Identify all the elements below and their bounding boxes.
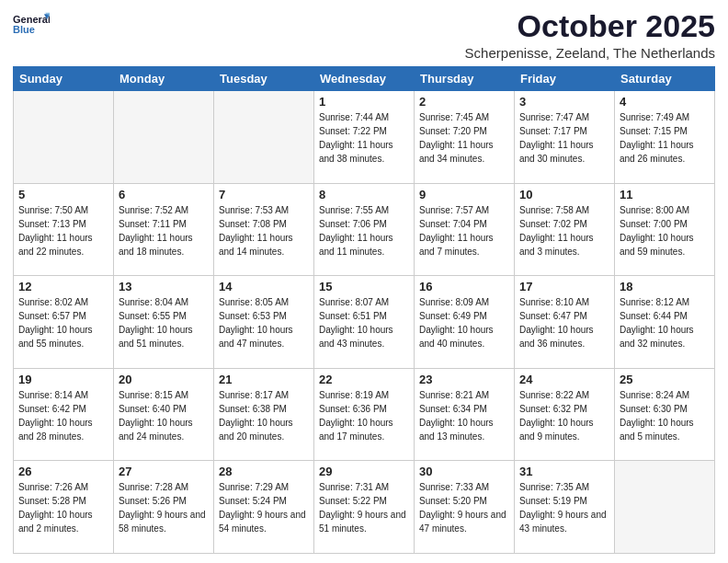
table-row: 7Sunrise: 7:53 AM Sunset: 7:08 PM Daylig… [214, 183, 314, 276]
table-row: 23Sunrise: 8:21 AM Sunset: 6:34 PM Dayli… [415, 368, 515, 461]
table-row: 12Sunrise: 8:02 AM Sunset: 6:57 PM Dayli… [14, 276, 114, 369]
day-info: Sunrise: 8:14 AM Sunset: 6:42 PM Dayligh… [18, 388, 108, 443]
day-info: Sunrise: 7:57 AM Sunset: 7:04 PM Dayligh… [419, 203, 509, 259]
day-number: 3 [519, 95, 609, 109]
calendar-week-row: 5Sunrise: 7:50 AM Sunset: 7:13 PM Daylig… [14, 183, 715, 276]
header-wednesday: Wednesday [314, 67, 415, 91]
day-number: 10 [519, 188, 609, 201]
table-row: 22Sunrise: 8:19 AM Sunset: 6:36 PM Dayli… [314, 368, 415, 461]
table-row: 8Sunrise: 7:55 AM Sunset: 7:06 PM Daylig… [314, 183, 415, 276]
table-row [114, 91, 214, 184]
day-info: Sunrise: 7:28 AM Sunset: 5:26 PM Dayligh… [119, 480, 209, 535]
day-number: 12 [18, 280, 108, 293]
svg-text:Blue: Blue [13, 24, 35, 35]
header-tuesday: Tuesday [214, 67, 314, 91]
day-number: 31 [519, 465, 609, 478]
day-number: 5 [18, 188, 108, 201]
day-number: 19 [18, 373, 108, 386]
calendar-table: Sunday Monday Tuesday Wednesday Thursday… [13, 66, 715, 554]
title-block: October 2025 Scherpenisse, Zeeland, The … [465, 9, 715, 61]
day-number: 6 [119, 188, 209, 201]
day-info: Sunrise: 8:15 AM Sunset: 6:40 PM Dayligh… [119, 388, 209, 443]
day-number: 24 [519, 373, 609, 386]
calendar-header-row: Sunday Monday Tuesday Wednesday Thursday… [14, 67, 715, 91]
table-row: 25Sunrise: 8:24 AM Sunset: 6:30 PM Dayli… [615, 368, 715, 461]
table-row: 29Sunrise: 7:31 AM Sunset: 5:22 PM Dayli… [314, 461, 415, 554]
table-row: 17Sunrise: 8:10 AM Sunset: 6:47 PM Dayli… [515, 276, 615, 369]
table-row: 19Sunrise: 8:14 AM Sunset: 6:42 PM Dayli… [14, 368, 114, 461]
day-number: 11 [620, 188, 710, 201]
calendar-week-row: 1Sunrise: 7:44 AM Sunset: 7:22 PM Daylig… [14, 91, 715, 184]
logo-icon: General Blue [13, 9, 50, 37]
day-info: Sunrise: 7:47 AM Sunset: 7:17 PM Dayligh… [519, 110, 609, 166]
table-row [214, 91, 314, 184]
header-saturday: Saturday [615, 67, 715, 91]
day-info: Sunrise: 7:33 AM Sunset: 5:20 PM Dayligh… [419, 480, 509, 535]
calendar-week-row: 19Sunrise: 8:14 AM Sunset: 6:42 PM Dayli… [14, 368, 715, 461]
day-number: 27 [119, 465, 209, 478]
day-info: Sunrise: 7:29 AM Sunset: 5:24 PM Dayligh… [219, 480, 309, 535]
table-row: 11Sunrise: 8:00 AM Sunset: 7:00 PM Dayli… [615, 183, 715, 276]
table-row: 3Sunrise: 7:47 AM Sunset: 7:17 PM Daylig… [515, 91, 615, 184]
month-title: October 2025 [465, 9, 715, 43]
day-info: Sunrise: 7:50 AM Sunset: 7:13 PM Dayligh… [18, 203, 108, 259]
day-info: Sunrise: 7:53 AM Sunset: 7:08 PM Dayligh… [219, 203, 309, 259]
day-info: Sunrise: 8:21 AM Sunset: 6:34 PM Dayligh… [419, 388, 509, 443]
day-number: 30 [419, 465, 509, 478]
day-info: Sunrise: 8:02 AM Sunset: 6:57 PM Dayligh… [18, 295, 108, 350]
table-row: 31Sunrise: 7:35 AM Sunset: 5:19 PM Dayli… [515, 461, 615, 554]
day-info: Sunrise: 8:17 AM Sunset: 6:38 PM Dayligh… [219, 388, 309, 443]
logo: General Blue [13, 9, 50, 37]
day-number: 4 [620, 95, 710, 109]
day-number: 13 [119, 280, 209, 293]
table-row: 21Sunrise: 8:17 AM Sunset: 6:38 PM Dayli… [214, 368, 314, 461]
header-monday: Monday [114, 67, 214, 91]
table-row: 14Sunrise: 8:05 AM Sunset: 6:53 PM Dayli… [214, 276, 314, 369]
day-info: Sunrise: 8:07 AM Sunset: 6:51 PM Dayligh… [319, 295, 409, 350]
header-thursday: Thursday [415, 67, 515, 91]
day-number: 16 [419, 280, 509, 293]
day-number: 21 [219, 373, 309, 386]
day-info: Sunrise: 8:19 AM Sunset: 6:36 PM Dayligh… [319, 388, 409, 443]
header: General Blue October 2025 Scherpenisse, … [13, 9, 715, 61]
svg-text:General: General [13, 14, 50, 25]
day-number: 15 [319, 280, 409, 293]
table-row: 30Sunrise: 7:33 AM Sunset: 5:20 PM Dayli… [415, 461, 515, 554]
calendar-week-row: 12Sunrise: 8:02 AM Sunset: 6:57 PM Dayli… [14, 276, 715, 369]
day-info: Sunrise: 8:10 AM Sunset: 6:47 PM Dayligh… [519, 295, 609, 350]
table-row: 28Sunrise: 7:29 AM Sunset: 5:24 PM Dayli… [214, 461, 314, 554]
day-info: Sunrise: 7:35 AM Sunset: 5:19 PM Dayligh… [519, 480, 609, 535]
table-row: 18Sunrise: 8:12 AM Sunset: 6:44 PM Dayli… [615, 276, 715, 369]
day-info: Sunrise: 7:52 AM Sunset: 7:11 PM Dayligh… [119, 203, 209, 259]
table-row: 13Sunrise: 8:04 AM Sunset: 6:55 PM Dayli… [114, 276, 214, 369]
header-friday: Friday [515, 67, 615, 91]
table-row: 5Sunrise: 7:50 AM Sunset: 7:13 PM Daylig… [14, 183, 114, 276]
day-number: 18 [620, 280, 710, 293]
day-number: 2 [419, 95, 509, 109]
day-number: 9 [419, 188, 509, 201]
day-info: Sunrise: 8:24 AM Sunset: 6:30 PM Dayligh… [620, 388, 710, 443]
day-info: Sunrise: 7:31 AM Sunset: 5:22 PM Dayligh… [319, 480, 409, 535]
table-row: 24Sunrise: 8:22 AM Sunset: 6:32 PM Dayli… [515, 368, 615, 461]
table-row: 4Sunrise: 7:49 AM Sunset: 7:15 PM Daylig… [615, 91, 715, 184]
day-number: 25 [620, 373, 710, 386]
table-row: 20Sunrise: 8:15 AM Sunset: 6:40 PM Dayli… [114, 368, 214, 461]
table-row: 6Sunrise: 7:52 AM Sunset: 7:11 PM Daylig… [114, 183, 214, 276]
table-row: 1Sunrise: 7:44 AM Sunset: 7:22 PM Daylig… [314, 91, 415, 184]
table-row: 9Sunrise: 7:57 AM Sunset: 7:04 PM Daylig… [415, 183, 515, 276]
day-number: 26 [18, 465, 108, 478]
day-info: Sunrise: 8:05 AM Sunset: 6:53 PM Dayligh… [219, 295, 309, 350]
day-info: Sunrise: 7:58 AM Sunset: 7:02 PM Dayligh… [519, 203, 609, 259]
day-info: Sunrise: 8:04 AM Sunset: 6:55 PM Dayligh… [119, 295, 209, 350]
day-number: 22 [319, 373, 409, 386]
day-info: Sunrise: 8:00 AM Sunset: 7:00 PM Dayligh… [620, 203, 710, 259]
day-number: 20 [119, 373, 209, 386]
location-title: Scherpenisse, Zeeland, The Netherlands [465, 45, 715, 61]
day-number: 28 [219, 465, 309, 478]
day-info: Sunrise: 7:26 AM Sunset: 5:28 PM Dayligh… [18, 480, 108, 535]
day-info: Sunrise: 7:55 AM Sunset: 7:06 PM Dayligh… [319, 203, 409, 259]
table-row [14, 91, 114, 184]
page: General Blue October 2025 Scherpenisse, … [0, 0, 728, 563]
day-number: 17 [519, 280, 609, 293]
header-sunday: Sunday [14, 67, 114, 91]
